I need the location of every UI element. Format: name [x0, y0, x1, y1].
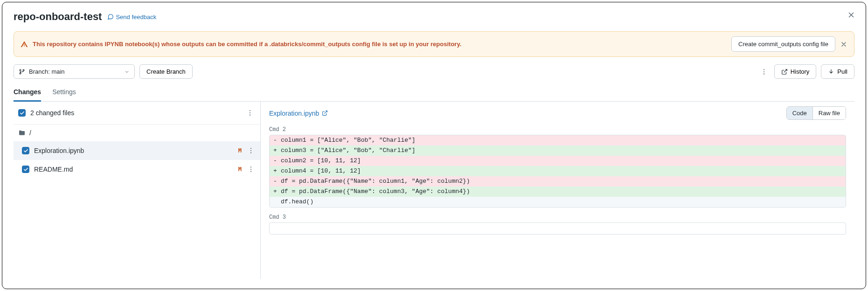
- svg-point-13: [250, 169, 251, 170]
- svg-point-12: [250, 166, 251, 167]
- file-kebab-menu[interactable]: [245, 164, 257, 175]
- svg-point-10: [250, 150, 251, 151]
- diff-line: df.head(): [270, 197, 846, 207]
- external-link-icon: [781, 69, 788, 75]
- svg-point-7: [250, 112, 250, 113]
- branch-selector-label: Branch: main: [29, 68, 65, 75]
- git-branch-icon: [19, 69, 25, 75]
- banner-close-icon[interactable]: [840, 41, 847, 48]
- chat-icon: [107, 14, 114, 20]
- svg-point-3: [764, 69, 764, 70]
- tab-settings[interactable]: Settings: [52, 85, 76, 101]
- svg-point-8: [250, 115, 250, 116]
- svg-point-9: [250, 148, 251, 149]
- diff-line: -df = pd.DataFrame({"Name": column1, "Ag…: [270, 176, 846, 187]
- warning-banner-text: This repository contains IPYNB notebook(…: [33, 41, 461, 48]
- file-checkbox[interactable]: [22, 147, 29, 154]
- modified-badge: M: [238, 166, 242, 173]
- warning-banner: This repository contains IPYNB notebook(…: [14, 31, 854, 57]
- diff-line: -column2 = [10, 11, 12]: [270, 156, 846, 166]
- diff-block: -column1 = ["Alice", "Bob", "Charlie"]+c…: [269, 135, 846, 208]
- cmd-label: Cmd 3: [269, 214, 846, 221]
- svg-point-0: [20, 69, 21, 71]
- file-kebab-menu[interactable]: [245, 145, 257, 156]
- history-label: History: [791, 68, 809, 75]
- file-name: Exploration.ipynb: [34, 147, 84, 154]
- diff-block-empty: [269, 222, 846, 235]
- toolbar-kebab-menu[interactable]: [758, 66, 770, 77]
- svg-point-1: [20, 73, 21, 74]
- tab-changes[interactable]: Changes: [14, 85, 41, 102]
- send-feedback-label: Send feedback: [116, 14, 156, 21]
- root-folder-row[interactable]: /: [14, 125, 260, 141]
- file-row[interactable]: README.md M: [14, 160, 260, 179]
- diff-line: +df = pd.DataFrame({"Name": column3, "Ag…: [270, 187, 846, 197]
- open-file-name: Exploration.ipynb: [269, 110, 319, 117]
- root-folder-label: /: [29, 129, 31, 137]
- file-name: README.md: [34, 166, 73, 173]
- send-feedback-link[interactable]: Send feedback: [107, 14, 156, 21]
- chevron-down-icon: [124, 69, 130, 75]
- modified-badge: M: [238, 147, 242, 154]
- file-row[interactable]: Exploration.ipynb M: [14, 141, 260, 160]
- svg-point-4: [764, 71, 764, 72]
- files-kebab-menu[interactable]: [244, 107, 256, 118]
- create-commit-outputs-button[interactable]: Create commit_outputs config file: [731, 36, 835, 52]
- dialog-close-icon[interactable]: [847, 11, 855, 19]
- history-button[interactable]: History: [774, 64, 816, 79]
- select-all-checkbox[interactable]: [18, 109, 26, 117]
- diff-view-raw[interactable]: Raw file: [813, 107, 846, 119]
- diff-view-toggle: Code Raw file: [786, 106, 846, 120]
- changed-files-summary: 2 changed files: [30, 109, 74, 117]
- diff-view-code[interactable]: Code: [787, 107, 813, 119]
- svg-point-6: [250, 110, 250, 111]
- pull-button[interactable]: Pull: [821, 64, 854, 79]
- external-link-icon: [322, 110, 328, 116]
- open-file-link[interactable]: Exploration.ipynb: [269, 110, 328, 117]
- diff-line: +column4 = [10, 11, 12]: [270, 166, 846, 176]
- diff-line: -column1 = ["Alice", "Bob", "Charlie"]: [270, 135, 846, 146]
- svg-point-2: [23, 69, 24, 71]
- branch-selector[interactable]: Branch: main: [14, 64, 135, 79]
- file-checkbox[interactable]: [22, 166, 29, 173]
- create-branch-button[interactable]: Create Branch: [139, 64, 193, 79]
- pull-label: Pull: [837, 68, 847, 75]
- warning-icon: [21, 41, 28, 48]
- folder-icon: [18, 129, 26, 137]
- download-icon: [828, 69, 834, 75]
- svg-point-11: [250, 152, 251, 153]
- page-title: repo-onboard-test: [14, 11, 102, 23]
- cmd-label: Cmd 2: [269, 126, 846, 133]
- diff-line: +column3 = ["Alice", "Bob", "Charlie"]: [270, 146, 846, 156]
- svg-point-5: [764, 73, 764, 74]
- svg-point-14: [250, 171, 251, 172]
